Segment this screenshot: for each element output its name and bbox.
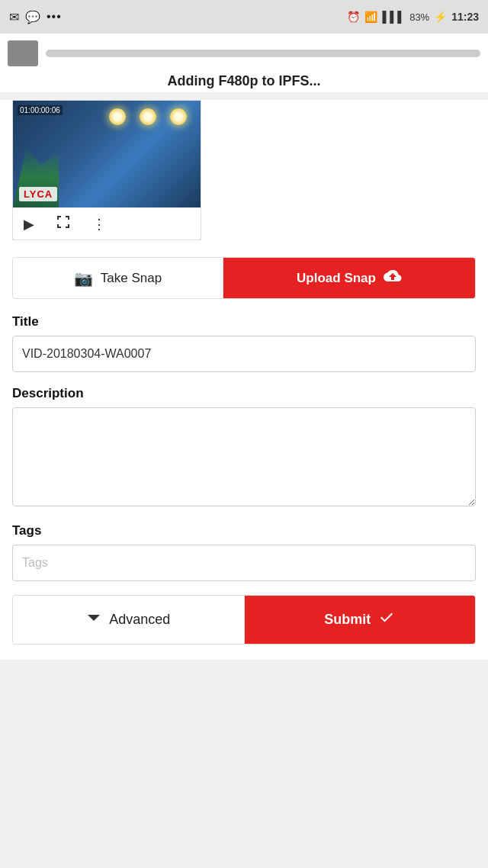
action-row: Advanced Submit — [12, 595, 476, 645]
message-icon: ✉ — [9, 10, 19, 24]
page-title-area: Adding F480p to IPFS... — [0, 73, 488, 92]
video-player: 01:00:00:06 LYCA ▶ ⋮ — [12, 100, 201, 240]
page-title: Adding F480p to IPFS... — [167, 73, 320, 88]
snap-row: 📷 Take Snap Upload Snap — [12, 257, 476, 299]
ellipsis-icon: ••• — [47, 10, 62, 24]
checkmark-icon — [378, 609, 395, 630]
fullscreen-button[interactable] — [56, 214, 71, 233]
progress-bar-container — [0, 34, 488, 73]
advanced-label: Advanced — [109, 612, 170, 628]
advanced-button[interactable]: Advanced — [13, 596, 245, 644]
video-thumbnail: 01:00:00:06 LYCA — [13, 101, 201, 207]
svg-rect-7 — [68, 224, 69, 228]
tags-input[interactable] — [12, 545, 476, 581]
svg-rect-1 — [57, 216, 59, 220]
upload-snap-button[interactable]: Upload Snap — [223, 258, 475, 298]
tags-group: Tags — [12, 523, 476, 581]
lyca-logo: LYCA — [19, 187, 57, 201]
title-input[interactable] — [12, 336, 476, 372]
title-label: Title — [12, 314, 476, 330]
status-bar-right-icons: ⏰ 📶 ▌▌▌ 83% ⚡ 11:23 — [347, 11, 479, 23]
status-bar-left-icons: ✉ 💬 ••• — [9, 10, 62, 24]
wifi-icon: 📶 — [364, 11, 377, 23]
alarm-icon: ⏰ — [347, 11, 360, 23]
title-group: Title — [12, 314, 476, 372]
video-overlay: LYCA — [13, 101, 201, 207]
submit-button[interactable]: Submit — [245, 596, 476, 644]
submit-label: Submit — [324, 612, 371, 628]
progress-track — [46, 50, 480, 57]
description-label: Description — [12, 386, 476, 401]
cloud-upload-icon — [384, 268, 402, 288]
take-snap-button[interactable]: 📷 Take Snap — [13, 258, 223, 298]
tags-label: Tags — [12, 523, 476, 538]
upload-snap-label: Upload Snap — [297, 271, 376, 286]
battery-text: 83% — [409, 11, 429, 23]
progress-fill — [46, 50, 480, 57]
svg-rect-5 — [57, 224, 59, 228]
arrow-down-icon — [86, 610, 101, 629]
description-group: Description — [12, 386, 476, 510]
more-options-button[interactable]: ⋮ — [92, 216, 106, 233]
camera-icon: 📷 — [74, 269, 93, 288]
description-input[interactable] — [12, 407, 476, 506]
progress-thumb — [8, 40, 38, 66]
signal-icon: ▌▌▌ — [382, 11, 405, 23]
main-content: 01:00:00:06 LYCA ▶ ⋮ — [0, 100, 488, 660]
battery-icon: ⚡ — [434, 11, 447, 23]
time-display: 11:23 — [451, 11, 479, 23]
status-bar: ✉ 💬 ••• ⏰ 📶 ▌▌▌ 83% ⚡ 11:23 — [0, 0, 488, 34]
take-snap-label: Take Snap — [101, 271, 162, 286]
play-button[interactable]: ▶ — [24, 216, 34, 233]
video-controls[interactable]: ▶ ⋮ — [13, 207, 201, 240]
svg-rect-3 — [68, 216, 69, 220]
whatsapp-icon: 💬 — [25, 10, 40, 24]
